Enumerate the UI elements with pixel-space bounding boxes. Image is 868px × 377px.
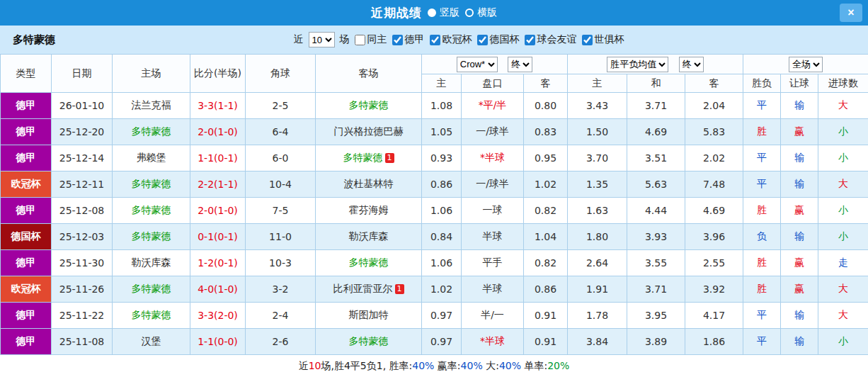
- odds-company-select[interactable]: Crow*: [457, 57, 498, 72]
- spread-result-cell: 输: [781, 224, 818, 250]
- header-corners: 角球: [246, 55, 316, 93]
- match-count-select[interactable]: 10: [309, 32, 335, 47]
- away-team-name: 多特蒙德: [349, 257, 389, 268]
- table-row: 德甲 25-12-20 多特蒙德 2-0(1-0) 6-4 门兴格拉德巴赫 1.…: [1, 119, 868, 145]
- filter-checkbox-0[interactable]: 同主: [355, 33, 387, 46]
- close-button[interactable]: ×: [840, 4, 862, 22]
- footer-segment: 10: [309, 360, 321, 371]
- spread-result-cell: 输: [781, 145, 818, 171]
- league-badge: 欧冠杯: [1, 276, 52, 303]
- checkbox-input[interactable]: [477, 35, 488, 45]
- filter-checkbox-3[interactable]: 德国杯: [477, 33, 520, 46]
- corners-cell: 2-4: [246, 303, 316, 329]
- league-badge: 欧冠杯: [1, 171, 52, 198]
- league-badge: 德甲: [1, 145, 52, 171]
- result-cell: 平: [743, 145, 781, 171]
- subheader-goals: 进球数: [818, 74, 868, 93]
- spread-result-cell: 输: [781, 171, 818, 198]
- checkbox-input[interactable]: [392, 35, 403, 45]
- score-cell: 2-0(1-0): [190, 198, 246, 224]
- handicap-cell: *平/半: [462, 93, 524, 119]
- filter-checkbox-5[interactable]: 世俱杯: [582, 33, 624, 46]
- subheader-spread: 让球: [781, 74, 818, 93]
- checkbox-input[interactable]: [430, 35, 440, 45]
- scope-controls: 全场: [743, 55, 868, 74]
- filter-checkbox-1[interactable]: 德甲: [392, 33, 425, 46]
- layout-option-horizontal[interactable]: 横版: [465, 6, 497, 19]
- handicap-cell: *半球: [462, 329, 524, 355]
- result-cell: 胜: [743, 250, 781, 276]
- goals-result-cell: 大: [818, 303, 868, 329]
- corners-cell: 7-5: [246, 198, 316, 224]
- league-badge: 德甲: [1, 198, 52, 224]
- odds-time-select[interactable]: 终: [508, 57, 532, 72]
- europe-odds-select[interactable]: 胜平负均值: [607, 57, 668, 72]
- header-type: 类型: [1, 55, 52, 93]
- spread-result-cell: 赢: [781, 198, 818, 224]
- corners-cell: 11-0: [246, 224, 316, 250]
- spread-result-cell: 赢: [781, 119, 818, 145]
- subheader-result: 胜负: [743, 74, 781, 93]
- subheader-win: 主: [568, 74, 627, 93]
- asia-home-odds-cell: 1.06: [422, 198, 462, 224]
- spread-result-cell: 输: [781, 329, 818, 355]
- away-team-cell: 比利亚雷亚尔1: [316, 276, 422, 303]
- handicap-cell: 一/球半: [462, 119, 524, 145]
- corners-cell: 2-6: [246, 329, 316, 355]
- footer-segment: 场,胜4平5负1, 胜率:: [321, 360, 413, 371]
- asia-away-odds-cell: 0.91: [524, 303, 568, 329]
- recent-label-prefix: 近: [294, 33, 304, 46]
- table-row: 德国杯 25-12-03 多特蒙德 0-1(0-1) 11-0 勒沃库森 0.8…: [1, 224, 868, 250]
- checkbox-label: 同主: [367, 33, 387, 46]
- date-cell: 25-11-08: [52, 329, 113, 355]
- asia-home-odds-cell: 1.02: [422, 276, 462, 303]
- europe-time-select[interactable]: 终: [679, 57, 704, 72]
- euro-win-odds-cell: 1.80: [568, 224, 627, 250]
- footer-segment: 近: [299, 360, 309, 371]
- date-cell: 25-11-22: [52, 303, 113, 329]
- date-cell: 25-12-03: [52, 224, 113, 250]
- away-team-name: 多特蒙德: [349, 335, 389, 347]
- asia-away-odds-cell: 0.86: [524, 276, 568, 303]
- filter-checkbox-4[interactable]: 球会友谊: [525, 33, 577, 46]
- home-team-cell: 多特蒙德: [113, 276, 190, 303]
- filter-checkbox-2[interactable]: 欧冠杯: [430, 33, 472, 46]
- league-badge: 德国杯: [1, 224, 52, 250]
- layout-option-vertical[interactable]: 竖版: [428, 6, 459, 19]
- scope-select[interactable]: 全场: [789, 57, 823, 72]
- score-cell: 1-1(0-1): [190, 145, 246, 171]
- goals-result-cell: 小: [818, 145, 868, 171]
- asia-home-odds-cell: 1.08: [422, 93, 462, 119]
- euro-win-odds-cell: 2.64: [568, 250, 627, 276]
- league-badge: 德甲: [1, 329, 52, 355]
- goals-result-cell: 大: [818, 276, 868, 303]
- asia-away-odds-cell: 0.91: [524, 329, 568, 355]
- euro-draw-odds-cell: 5.63: [627, 171, 685, 198]
- euro-lose-odds-cell: 4.69: [685, 198, 743, 224]
- league-badge: 德甲: [1, 93, 52, 119]
- euro-draw-odds-cell: 3.95: [627, 303, 685, 329]
- asia-away-odds-cell: 0.80: [524, 93, 568, 119]
- home-team-name: 多特蒙德: [132, 204, 171, 215]
- goals-result-cell: 走: [818, 250, 868, 276]
- away-team-cell: 勒沃库森: [316, 224, 422, 250]
- page-title: 近期战绩: [371, 5, 422, 21]
- checkbox-input[interactable]: [355, 35, 365, 45]
- score-cell: 2-2(1-1): [190, 171, 246, 198]
- euro-lose-odds-cell: 2.55: [685, 250, 743, 276]
- home-team-name: 多特蒙德: [132, 309, 171, 320]
- away-team-name: 勒沃库森: [349, 230, 389, 242]
- corners-cell: 10-3: [246, 250, 316, 276]
- home-team-name: 多特蒙德: [132, 283, 171, 294]
- checkbox-input[interactable]: [582, 35, 593, 45]
- asia-home-odds-cell: 1.06: [422, 250, 462, 276]
- euro-win-odds-cell: 3.84: [568, 329, 627, 355]
- footer-segment: 大:: [483, 360, 499, 371]
- spread-result-cell: 输: [781, 303, 818, 329]
- checkbox-label: 欧冠杯: [442, 33, 472, 46]
- header-score: 比分(半场): [190, 55, 246, 93]
- league-badge: 德甲: [1, 250, 52, 276]
- red-card-badge: 1: [385, 153, 394, 163]
- corners-cell: 6-0: [246, 145, 316, 171]
- checkbox-input[interactable]: [525, 35, 535, 45]
